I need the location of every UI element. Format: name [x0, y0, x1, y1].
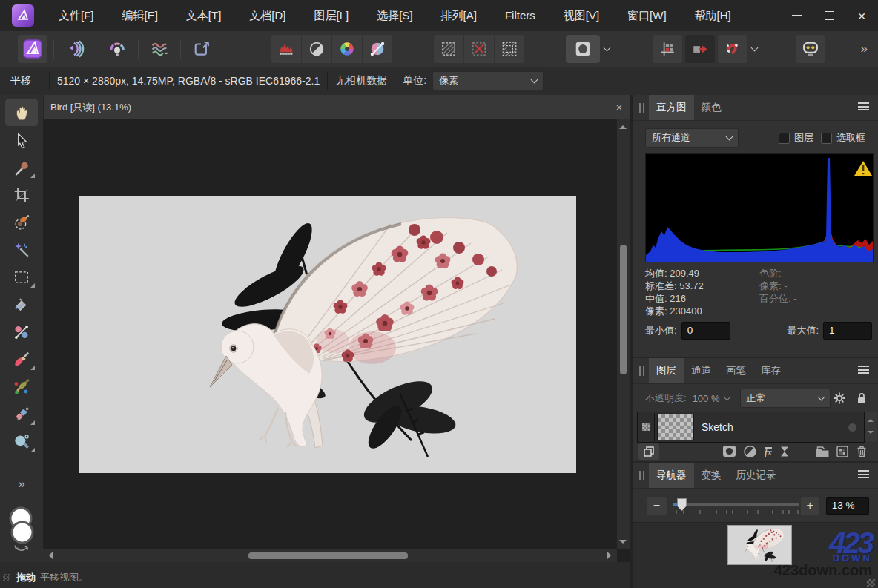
flood-fill-tool[interactable]	[5, 291, 38, 318]
develop-persona-button[interactable]	[102, 35, 132, 63]
blend-options-gear-icon[interactable]	[832, 391, 847, 406]
menu-filters[interactable]: Filters	[491, 0, 549, 31]
rasterize-icon[interactable]	[835, 444, 850, 459]
blend-ranges-icon[interactable]	[777, 444, 792, 459]
scroll-left-arrow[interactable]	[49, 552, 53, 559]
canvas-viewport[interactable]	[43, 119, 630, 562]
snapping-button[interactable]	[718, 35, 747, 63]
snapping-dropdown-chevron[interactable]	[751, 44, 759, 52]
menu-layer[interactable]: 图层[L]	[300, 0, 363, 31]
auto-colors-button[interactable]	[332, 35, 362, 63]
tab-layers[interactable]: 图层	[649, 358, 684, 383]
selection-brush-tool[interactable]	[5, 208, 38, 236]
quick-mask-button[interactable]	[566, 35, 600, 63]
unit-dropdown[interactable]: 像素	[432, 71, 544, 90]
photo-persona-button[interactable]	[18, 35, 47, 63]
lock-icon[interactable]	[854, 391, 869, 406]
invert-selection-button[interactable]	[495, 35, 524, 63]
quick-mask-dropdown-chevron[interactable]	[604, 44, 611, 52]
move-forward-button[interactable]	[685, 35, 715, 63]
zoom-out-button[interactable]: −	[647, 497, 667, 515]
live-filter-icon[interactable]: fx	[765, 447, 772, 457]
move-tool[interactable]	[5, 126, 38, 153]
navigator-preview-area[interactable]: 423 DOWN 423down.com	[633, 522, 878, 588]
min-value-input[interactable]: 0	[681, 322, 730, 340]
tab-close-button[interactable]: ×	[616, 102, 622, 113]
layer-visibility-dot[interactable]	[848, 423, 856, 432]
color-picker-tool[interactable]	[5, 153, 38, 181]
channel-selector-dropdown[interactable]: 所有通道	[645, 128, 739, 148]
panel-resize-grip[interactable]	[867, 579, 875, 587]
scroll-right-arrow[interactable]	[607, 552, 611, 559]
tab-brushes[interactable]: 画笔	[719, 358, 753, 383]
layer-scroll-down[interactable]	[868, 431, 874, 437]
menu-document[interactable]: 文档[D]	[235, 0, 300, 31]
vertical-scroll-thumb[interactable]	[620, 245, 627, 374]
panel-drag-handle[interactable]	[639, 366, 644, 376]
panel-drag-handle[interactable]	[639, 103, 644, 113]
tab-navigator[interactable]: 导航器	[649, 463, 694, 488]
delete-layer-icon[interactable]	[854, 444, 869, 459]
opacity-dropdown[interactable]: 100 %	[693, 393, 730, 404]
zoom-value-input[interactable]: 13 %	[826, 497, 869, 515]
tab-transform[interactable]: 变换	[694, 463, 729, 488]
menu-select[interactable]: 选择[S]	[363, 0, 426, 31]
menu-edit[interactable]: 编辑[E]	[108, 0, 172, 31]
marquee-checkbox[interactable]	[821, 133, 832, 144]
app-logo-icon[interactable]	[12, 4, 34, 27]
menu-file[interactable]: 文件[F]	[44, 0, 108, 31]
transform-origin-button[interactable]	[653, 35, 682, 63]
mask-layer-icon[interactable]	[722, 444, 738, 459]
auto-contrast-button[interactable]	[302, 35, 331, 63]
tab-history[interactable]: 历史记录	[729, 463, 784, 488]
erase-brush-tool[interactable]	[5, 400, 38, 428]
max-value-input[interactable]: 1	[823, 322, 872, 340]
auto-white-balance-button[interactable]	[363, 35, 392, 63]
menu-view[interactable]: 视图[V]	[549, 0, 613, 31]
tab-color[interactable]: 颜色	[694, 95, 729, 120]
blend-mode-dropdown[interactable]: 正常	[740, 389, 831, 408]
export-persona-button[interactable]	[187, 35, 217, 63]
layer-name[interactable]: Sketch	[702, 421, 733, 433]
scroll-down-arrow[interactable]	[619, 540, 627, 544]
select-all-button[interactable]	[434, 35, 463, 63]
duplicate-layer-button[interactable]	[638, 443, 659, 460]
horizontal-scrollbar[interactable]	[43, 549, 617, 562]
tab-histogram[interactable]: 直方图	[649, 95, 694, 120]
marquee-select-tool[interactable]	[5, 263, 38, 291]
flood-select-tool[interactable]	[5, 236, 38, 263]
group-layers-icon[interactable]	[814, 444, 831, 459]
crop-tool[interactable]	[5, 181, 38, 208]
tab-channels[interactable]: 通道	[684, 358, 719, 383]
panel-menu-icon[interactable]	[858, 470, 869, 480]
zoom-slider[interactable]	[673, 495, 795, 516]
layer-list-scrollbar[interactable]	[865, 412, 877, 441]
zoom-in-button[interactable]: +	[801, 497, 819, 515]
tab-stock[interactable]: 库存	[753, 358, 788, 383]
toolbar-overflow-chevron[interactable]: »	[861, 42, 868, 56]
liquify-persona-button[interactable]	[60, 35, 90, 63]
color-replacement-brush-tool[interactable]	[5, 373, 38, 400]
panel-menu-icon[interactable]	[858, 366, 869, 376]
menu-arrange[interactable]: 排列[A]	[427, 0, 491, 31]
layer-grip-icon[interactable]	[642, 423, 650, 431]
close-button[interactable]: ×	[845, 0, 878, 31]
menu-window[interactable]: 窗口[W]	[613, 0, 681, 31]
blur-tool[interactable]	[5, 428, 38, 455]
menu-text[interactable]: 文本[T]	[172, 0, 236, 31]
menu-help[interactable]: 帮助[H]	[681, 0, 745, 31]
paint-brush-tool[interactable]	[5, 346, 38, 373]
gradient-tool[interactable]	[5, 318, 38, 346]
color-swatches[interactable]	[5, 506, 38, 555]
deselect-button[interactable]	[464, 35, 494, 63]
layer-checkbox[interactable]	[779, 133, 790, 144]
layer-scroll-up[interactable]	[868, 416, 874, 422]
maximize-button[interactable]	[813, 0, 845, 31]
panel-drag-handle[interactable]	[639, 471, 644, 480]
panel-menu-icon[interactable]	[858, 102, 869, 113]
horizontal-scroll-thumb[interactable]	[248, 552, 408, 559]
scroll-up-arrow[interactable]	[619, 125, 627, 129]
document-tab[interactable]: Bird [只读] (13.1%)	[43, 101, 131, 114]
minimize-button[interactable]	[780, 0, 813, 31]
layer-thumbnail[interactable]	[657, 414, 694, 440]
